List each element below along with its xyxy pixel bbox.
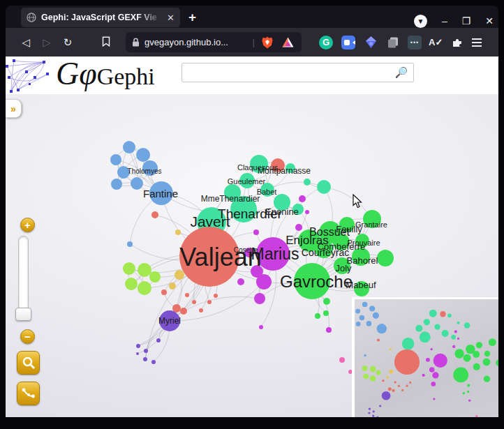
graph-node[interactable] (339, 357, 345, 363)
zoom-slider[interactable] (18, 236, 29, 317)
node-label: Gueulemer (228, 177, 266, 186)
graph-canvas[interactable]: » TholomyesFantineClaquesousMontparnasse… (6, 94, 498, 417)
minimap-node (398, 385, 400, 387)
graph-node[interactable] (214, 294, 218, 298)
minimap-node (377, 338, 380, 341)
graph-node[interactable] (136, 352, 139, 355)
graph-node[interactable] (169, 283, 176, 289)
minimap-node (424, 319, 430, 325)
tab-title: Gephi: JavaScript GEXF Vie (41, 13, 162, 22)
panel-expand-button[interactable]: » (6, 99, 22, 118)
gem-extension-icon[interactable] (363, 35, 378, 50)
minimap-node (372, 415, 374, 417)
gephi-header: GφGephi 🔍 (6, 57, 498, 94)
back-button[interactable]: ◁ (15, 36, 36, 49)
minimap-node (386, 376, 389, 379)
zoom-out-button[interactable]: − (20, 329, 35, 344)
graph-node[interactable] (110, 154, 121, 165)
graph-node[interactable] (315, 313, 320, 319)
graph-node[interactable] (299, 195, 306, 202)
graph-node[interactable] (175, 229, 181, 235)
minimap-node (370, 366, 376, 372)
graph-node[interactable] (317, 180, 331, 194)
overview-minimap[interactable] (352, 297, 498, 417)
minimap-node (468, 399, 470, 401)
minimap-node (363, 374, 369, 379)
graph-node[interactable] (144, 349, 148, 353)
graph-node[interactable] (185, 293, 189, 297)
new-tab-button[interactable]: + (188, 10, 196, 25)
minimap-node (390, 348, 392, 350)
reload-button[interactable]: ↻ (57, 36, 78, 49)
graph-node[interactable] (175, 270, 184, 280)
maximize-button[interactable]: ❐ (462, 15, 471, 28)
graph-node[interactable] (143, 357, 147, 361)
graph-node[interactable] (305, 210, 309, 214)
browser-tab[interactable]: Gephi: JavaScript GEXF Vie ✕ (21, 8, 180, 27)
tab-search-button[interactable]: ▼ (414, 15, 427, 28)
graph-node[interactable] (199, 308, 203, 313)
graph-node[interactable] (127, 241, 133, 247)
minimap-node (379, 405, 381, 407)
brave-shields-icon[interactable] (260, 35, 275, 50)
url-bar[interactable]: gvegayon.github.io... | (126, 32, 302, 52)
graph-node[interactable] (136, 148, 150, 162)
graph-node[interactable] (253, 229, 259, 235)
graph-node[interactable] (326, 327, 332, 333)
graph-node[interactable] (138, 281, 151, 295)
graph-node[interactable] (131, 177, 143, 190)
graph-node[interactable] (259, 325, 263, 329)
graph-node[interactable] (123, 262, 135, 275)
grammarly-extension-icon[interactable]: G (318, 35, 334, 50)
graph-node[interactable] (256, 274, 272, 289)
graph-node[interactable] (111, 179, 122, 190)
menu-button[interactable] (472, 38, 482, 47)
graph-node[interactable] (123, 141, 135, 153)
graph-node[interactable] (295, 224, 302, 231)
search-input[interactable] (182, 65, 392, 80)
forward-button[interactable]: ▷ (36, 36, 57, 49)
graph-node[interactable] (323, 310, 329, 316)
minimap-node (454, 330, 457, 333)
graph-node[interactable] (180, 308, 187, 315)
graph-node[interactable] (151, 360, 156, 364)
search-box: 🔍 (181, 63, 414, 82)
graph-node[interactable] (304, 179, 311, 186)
extensions-puzzle-icon[interactable] (450, 35, 465, 50)
gephi-monogram: Gφ (56, 57, 97, 91)
graph-node[interactable] (207, 300, 212, 304)
minimap-node (451, 335, 456, 340)
minimap-node (362, 302, 368, 308)
translate-extension-icon[interactable]: A✓ (429, 37, 443, 47)
edge-tool-button[interactable] (17, 382, 40, 405)
graph-node[interactable] (138, 263, 151, 277)
graph-node[interactable] (125, 278, 138, 290)
more-tools-extension-icon[interactable]: ••• (408, 36, 422, 50)
tab-close-button[interactable]: ✕ (167, 13, 175, 23)
minimap-node (369, 306, 375, 311)
graph-node[interactable] (192, 300, 196, 304)
search-icon[interactable]: 🔍 (392, 66, 413, 79)
graph-node[interactable] (377, 250, 394, 266)
node-label: Mabeuf (346, 280, 376, 290)
graph-node[interactable] (254, 293, 265, 304)
graph-node[interactable] (161, 289, 167, 295)
graph-node[interactable] (156, 338, 161, 343)
minimize-button[interactable]: – (442, 15, 447, 28)
bookmark-button[interactable] (96, 36, 117, 49)
search-tool-button[interactable] (17, 351, 40, 375)
zoom-extension-icon[interactable] (341, 35, 356, 50)
graph-node[interactable] (136, 344, 140, 348)
graph-node[interactable] (237, 278, 244, 285)
graph-node[interactable] (149, 271, 161, 283)
minimap-node (432, 372, 438, 378)
graph-node[interactable] (151, 211, 158, 218)
minimap-node (362, 366, 368, 371)
bat-rewards-icon[interactable] (280, 35, 295, 50)
minimap-node (388, 387, 392, 391)
copy-pages-extension-icon[interactable] (385, 35, 401, 50)
window-close-button[interactable]: ✕ (485, 15, 494, 28)
zoom-slider-handle[interactable] (15, 308, 31, 321)
zoom-in-button[interactable]: + (20, 218, 35, 232)
graph-node[interactable] (323, 298, 330, 305)
